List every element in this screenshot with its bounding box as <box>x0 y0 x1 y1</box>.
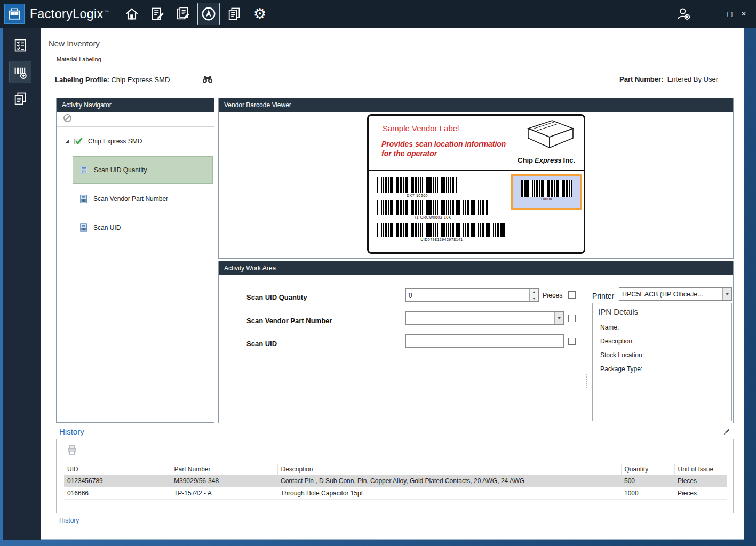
copy-labels-icon[interactable] <box>9 87 31 110</box>
scan-vendor-part-number-checkbox[interactable] <box>568 315 576 322</box>
vendor-barcode-viewer-header: Vendor Barcode Viewer <box>219 98 733 112</box>
left-rail <box>0 28 41 540</box>
print-icon[interactable] <box>66 445 79 456</box>
history-header-row: UID Part Number Description Quantity Uni… <box>64 464 727 475</box>
cell-quantity: 1000 <box>621 487 674 500</box>
labeling-profile-value: Chip Express SMD <box>111 76 170 84</box>
scan-uid-quantity-checkbox[interactable] <box>568 291 576 299</box>
quantity-value: 0 <box>406 289 529 301</box>
printer-select[interactable]: HPC5EACB (HP OfficeJe... <box>619 287 732 301</box>
scan-uid-checkbox[interactable] <box>568 338 576 345</box>
tree-item-label: Scan Vendor Part Number <box>93 195 168 203</box>
home-icon[interactable] <box>121 3 143 25</box>
binoculars-icon[interactable] <box>202 75 213 84</box>
sample-vendor-label: Sample Vendor Label Provides scan locati… <box>367 114 585 254</box>
scan-uid-quantity-label: Scan UID Quantity <box>246 293 307 301</box>
work-area-splitter-handle[interactable] <box>586 374 588 388</box>
vendor-part-number-value <box>406 312 554 324</box>
activity-doc-icon <box>79 223 89 232</box>
tree-root-label: Chip Express SMD <box>88 138 142 145</box>
activity-doc-icon <box>79 194 89 204</box>
printer-value: HPC5EACB (HP OfficeJe... <box>619 288 722 300</box>
profile-row: Labeling Profile: Chip Express SMD Part … <box>55 75 718 86</box>
production-icon[interactable] <box>197 3 220 25</box>
tree-item-label: Scan UID <box>93 224 121 231</box>
history-row-1[interactable]: 0123456789 M39029/56-348 Contact Pin , D… <box>64 475 727 487</box>
history-row-2[interactable]: 016666 TP-15742 - A Through Hole Capacit… <box>64 487 727 500</box>
vendor-barcode-viewer-panel: Vendor Barcode Viewer Sample Vendor Labe… <box>218 98 734 259</box>
tree-item-scan-uid[interactable]: Scan UID <box>73 214 213 242</box>
activity-doc-icon <box>79 165 89 175</box>
history-toolbar <box>57 439 733 462</box>
history-panel: UID Part Number Description Quantity Uni… <box>56 439 734 513</box>
profile-check-icon <box>73 136 84 147</box>
cell-part-number: TP-15742 - A <box>171 487 277 500</box>
settings-gear-icon[interactable]: ⚙ <box>249 3 271 25</box>
dropdown-arrow-icon[interactable] <box>554 312 563 324</box>
labeling-profile-label: Labeling Profile: <box>55 76 109 84</box>
pin-icon[interactable] <box>722 427 731 437</box>
column-header-quantity[interactable]: Quantity <box>621 464 674 475</box>
barcode-caption: 71-CRCW0603-10K <box>377 215 488 219</box>
scan-vendor-part-number-select[interactable] <box>405 311 564 325</box>
spinner-up-button[interactable] <box>530 289 538 295</box>
scan-uid-input[interactable] <box>405 334 564 348</box>
titlebar: FactoryLogix™ <box>0 0 756 28</box>
ipn-stock-location-label: Stock Location: <box>593 345 731 359</box>
scan-vendor-part-number-label: Scan Vendor Part Number <box>246 317 332 325</box>
vendor-label-heading: Sample Vendor Label <box>383 124 459 133</box>
barcode-caption: 10000 <box>513 197 580 201</box>
documents-icon[interactable] <box>223 3 245 25</box>
column-header-uid[interactable]: UID <box>64 464 171 475</box>
receiving-checklist-icon[interactable] <box>9 34 31 57</box>
scan-uid-quantity-input[interactable]: 0 <box>405 288 539 302</box>
quantity-unit-label: Pieces <box>543 292 563 299</box>
maximize-button[interactable]: ▢ <box>724 8 736 20</box>
tree-item-scan-vendor-part-number[interactable]: Scan Vendor Part Number <box>73 185 213 213</box>
app-name: FactoryLogix™ <box>30 7 109 21</box>
cell-part-number: M39029/56-348 <box>171 475 277 487</box>
minimize-button[interactable]: – <box>710 8 722 20</box>
cell-quantity: 500 <box>621 475 674 487</box>
trademark: ™ <box>105 10 109 14</box>
barcode-caption: UID079812942978141 <box>377 238 506 242</box>
panel-splitter-handle[interactable] <box>464 257 478 260</box>
app-logo-icon <box>4 4 25 24</box>
quantity-spinner <box>529 289 538 301</box>
user-status-icon[interactable] <box>673 3 694 25</box>
planning-icon[interactable] <box>146 3 169 25</box>
column-header-part-number[interactable]: Part Number <box>171 464 277 475</box>
column-header-description[interactable]: Description <box>277 464 621 475</box>
barcode-caption: DX7-10260 <box>377 194 457 197</box>
cell-unit-of-issue: Pieces <box>674 475 727 487</box>
history-link[interactable]: History <box>59 517 79 524</box>
history-title: History <box>59 427 84 436</box>
tree-item-scan-uid-quantity[interactable]: Scan UID Quantity <box>73 156 213 184</box>
printer-label: Printer <box>592 292 614 300</box>
dropdown-arrow-icon[interactable] <box>722 288 731 300</box>
ipn-package-type-label: Package Type: <box>593 359 731 373</box>
cell-description: Through Hole Capacitor 15pF <box>277 487 621 500</box>
column-header-unit-of-issue[interactable]: Unit of Issue <box>674 464 727 475</box>
new-inventory-barcode-icon[interactable] <box>9 61 31 83</box>
vendor-barcode-1: DX7-10260 <box>377 177 457 197</box>
vendor-label-subtext: Provides scan location information for t… <box>381 139 510 158</box>
tree-root-chip-express-smd[interactable]: Chip Express SMD <box>57 127 214 156</box>
tree-item-label: Scan UID Quantity <box>94 166 147 174</box>
cell-unit-of-issue: Pieces <box>674 487 727 500</box>
materials-icon[interactable] <box>172 3 194 25</box>
ipn-description-label: Description: <box>593 331 731 345</box>
tab-material-labeling[interactable]: Material Labeling <box>50 54 108 65</box>
page-title: New Inventory <box>49 39 100 48</box>
ipn-name-label: Name: <box>593 316 731 331</box>
expand-arrow-icon[interactable] <box>65 140 69 143</box>
activity-navigator-header: Activity Navigator <box>57 98 214 112</box>
cancel-slash-icon[interactable] <box>63 114 72 125</box>
cell-description: Contact Pin , D Sub Conn, Pin, Copper Al… <box>277 475 621 487</box>
ipn-details-groupbox: IPN Details Name: Description: Stock Loc… <box>592 303 732 421</box>
close-button[interactable]: ✕ <box>738 8 750 20</box>
spinner-down-button[interactable] <box>530 295 538 301</box>
ipn-details-title: IPN Details <box>593 303 731 316</box>
activity-work-area-header: Activity Work Area <box>219 261 733 275</box>
cell-uid: 0123456789 <box>64 475 171 487</box>
